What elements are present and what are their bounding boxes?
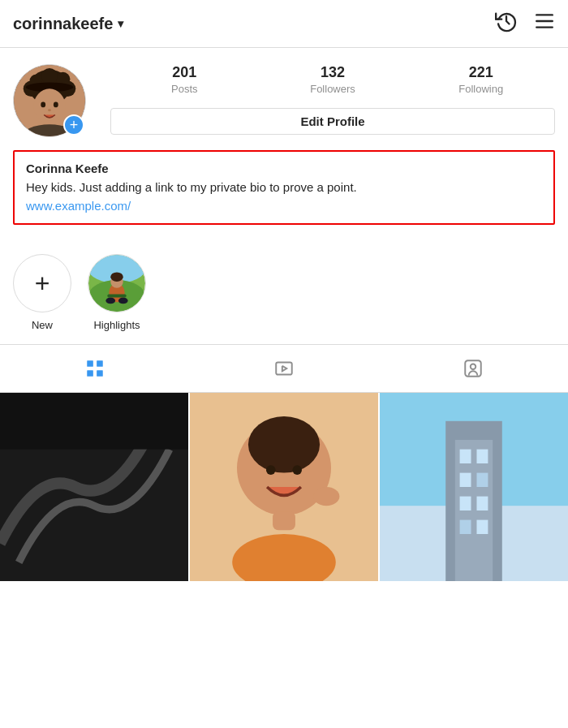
svg-rect-30 bbox=[276, 362, 292, 374]
following-stat[interactable]: 221 Following bbox=[407, 64, 555, 95]
chevron-down-icon: ▾ bbox=[118, 17, 123, 30]
new-highlight-item[interactable]: + New bbox=[13, 254, 71, 331]
svg-point-9 bbox=[41, 68, 58, 84]
svg-point-23 bbox=[105, 298, 115, 304]
posts-count: 201 bbox=[110, 64, 259, 81]
profile-section: + 201 Posts 132 Followers 221 Following … bbox=[0, 48, 568, 246]
plus-icon: + bbox=[35, 269, 50, 299]
svg-point-32 bbox=[471, 364, 476, 370]
bio-link[interactable]: www.example.com/ bbox=[26, 199, 131, 213]
bio-text: Hey kids. Just adding a link to my priva… bbox=[26, 179, 542, 196]
avatar-container: + bbox=[13, 64, 86, 137]
reel-icon bbox=[273, 358, 295, 379]
profile-top: + 201 Posts 132 Followers 221 Following … bbox=[13, 64, 555, 137]
svg-rect-53 bbox=[460, 520, 471, 534]
svg-rect-52 bbox=[476, 497, 488, 510]
posts-label: Posts bbox=[110, 83, 259, 95]
svg-point-37 bbox=[248, 416, 320, 473]
tagged-icon bbox=[463, 358, 484, 379]
svg-point-39 bbox=[292, 465, 302, 475]
svg-point-14 bbox=[48, 109, 51, 111]
svg-point-13 bbox=[54, 101, 58, 107]
svg-point-24 bbox=[118, 298, 128, 304]
svg-point-12 bbox=[41, 101, 45, 107]
header: corinnakeefe ▾ bbox=[0, 0, 568, 48]
followers-label: Followers bbox=[259, 83, 407, 95]
followers-count: 132 bbox=[259, 64, 407, 81]
svg-rect-54 bbox=[476, 520, 488, 534]
svg-rect-31 bbox=[466, 360, 482, 377]
tab-reel[interactable] bbox=[189, 353, 378, 384]
svg-rect-49 bbox=[460, 473, 471, 487]
stats-and-button: 201 Posts 132 Followers 221 Following Ed… bbox=[110, 64, 555, 135]
photos-grid bbox=[0, 393, 568, 581]
edit-profile-button[interactable]: Edit Profile bbox=[110, 108, 555, 135]
history-icon[interactable] bbox=[495, 10, 518, 37]
username-text: corinnakeefe bbox=[13, 15, 113, 33]
new-highlight-label: New bbox=[32, 319, 53, 331]
svg-rect-26 bbox=[87, 360, 93, 367]
photo-cell[interactable] bbox=[190, 393, 378, 581]
svg-point-42 bbox=[313, 487, 339, 506]
svg-rect-50 bbox=[476, 473, 488, 487]
following-count: 221 bbox=[407, 64, 555, 81]
grid-icon bbox=[84, 358, 105, 379]
tab-bar bbox=[0, 344, 568, 393]
svg-rect-27 bbox=[97, 360, 103, 367]
highlights-item[interactable]: Highlights bbox=[88, 254, 146, 331]
svg-point-11 bbox=[33, 88, 65, 123]
tab-grid[interactable] bbox=[0, 353, 189, 384]
photo-cell[interactable] bbox=[0, 393, 188, 581]
svg-rect-40 bbox=[273, 511, 295, 530]
bio-section: Corinna Keefe Hey kids. Just adding a li… bbox=[13, 150, 555, 225]
highlights-label: Highlights bbox=[93, 319, 140, 331]
stats-row: 201 Posts 132 Followers 221 Following bbox=[110, 64, 555, 95]
highlights-section: + New bbox=[0, 246, 568, 344]
new-highlight-circle: + bbox=[13, 254, 71, 312]
svg-rect-48 bbox=[476, 450, 488, 463]
svg-point-38 bbox=[266, 465, 276, 475]
add-story-button[interactable]: + bbox=[63, 114, 84, 136]
bio-name: Corinna Keefe bbox=[26, 162, 542, 175]
photo-cell[interactable] bbox=[380, 393, 568, 581]
svg-rect-47 bbox=[460, 450, 471, 463]
following-label: Following bbox=[407, 83, 555, 95]
followers-stat[interactable]: 132 Followers bbox=[259, 64, 407, 95]
svg-rect-25 bbox=[107, 295, 126, 298]
svg-rect-29 bbox=[97, 370, 103, 377]
svg-point-22 bbox=[110, 272, 123, 282]
tab-tagged[interactable] bbox=[379, 353, 568, 384]
highlights-circle bbox=[88, 254, 146, 312]
menu-icon[interactable] bbox=[534, 11, 555, 37]
posts-stat[interactable]: 201 Posts bbox=[110, 64, 259, 95]
username-container[interactable]: corinnakeefe ▾ bbox=[13, 15, 123, 33]
svg-rect-28 bbox=[87, 370, 93, 377]
svg-rect-34 bbox=[0, 393, 188, 450]
svg-rect-51 bbox=[460, 497, 471, 510]
header-icons bbox=[495, 10, 555, 37]
